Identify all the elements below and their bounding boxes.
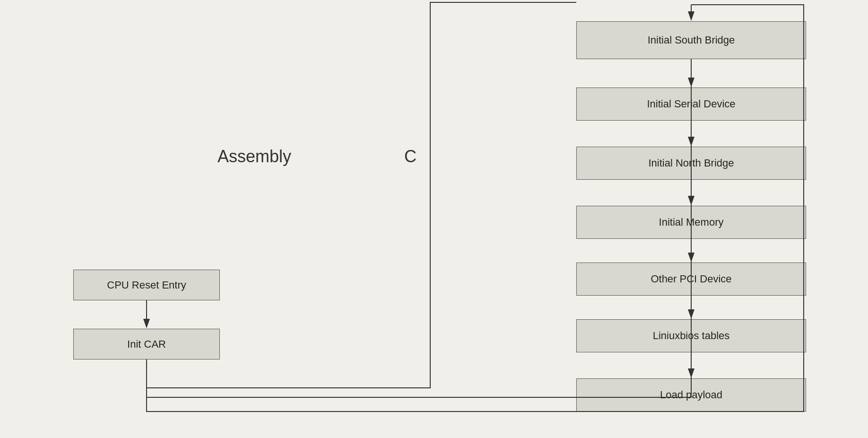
initial-memory-box: Initial Memory (576, 206, 806, 239)
initial-north-bridge-box: Initial North Bridge (576, 147, 806, 180)
initial-serial-device-box: Initial Serial Device (576, 88, 806, 121)
initial-south-bridge-box: Initial South Bridge (576, 21, 806, 59)
c-label: C (404, 147, 417, 166)
other-pci-device-box: Other PCI Device (576, 263, 806, 296)
load-payload-box: Load payload (576, 378, 806, 412)
diagram-container: Assembly C CPU Reset Entry Init CAR Init… (0, 0, 868, 438)
init-car-box: Init CAR (73, 329, 220, 359)
liniuxbios-tables-box: Liniuxbios tables (576, 319, 806, 352)
assembly-label: Assembly (217, 147, 291, 166)
cpu-reset-box: CPU Reset Entry (73, 270, 220, 300)
